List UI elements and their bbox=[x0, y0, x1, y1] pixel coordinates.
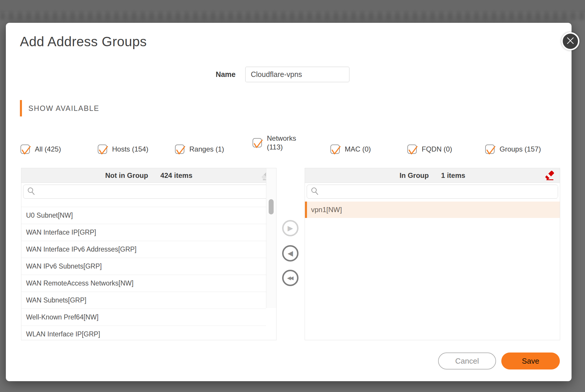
list-item-label: vpn1[NW] bbox=[311, 206, 342, 214]
list-item[interactable]: WAN Interface IP[GRP] bbox=[21, 224, 266, 241]
list-item[interactable]: WAN IPv6 Subnets[GRP] bbox=[21, 258, 266, 275]
checkbox-checked-icon[interactable] bbox=[485, 145, 495, 154]
checkbox-checked-icon[interactable] bbox=[330, 145, 340, 154]
checkbox-checked-icon[interactable] bbox=[407, 145, 417, 154]
name-field-row: Name bbox=[208, 67, 349, 82]
list-item[interactable]: WLAN Interface IP[GRP] bbox=[21, 326, 266, 340]
not-in-group-panel: Not in Group 424 items bbox=[21, 168, 277, 340]
filter-label: FQDN (0) bbox=[422, 145, 452, 154]
save-button[interactable]: Save bbox=[501, 353, 560, 369]
move-left-button[interactable]: ◀ bbox=[282, 245, 298, 262]
in-group-panel: In Group 1 items bbox=[305, 168, 560, 340]
scrollbar-thumb[interactable] bbox=[269, 199, 274, 214]
selected-accent-bar bbox=[305, 202, 307, 218]
in-group-list: vpn1[NW] bbox=[305, 200, 560, 340]
section-accent-bar bbox=[20, 100, 22, 116]
list-item[interactable]: WAN Subnets[GRP] bbox=[21, 292, 266, 309]
arrow-right-icon: ▶ bbox=[288, 225, 293, 232]
list-item[interactable]: WAN RemoteAccess Networks[NW] bbox=[21, 275, 266, 292]
double-arrow-left-icon: ◀◀ bbox=[287, 276, 292, 281]
name-label: Name bbox=[208, 70, 236, 79]
name-input[interactable] bbox=[245, 67, 349, 82]
filter-fqdn[interactable]: FQDN (0) bbox=[407, 140, 452, 159]
page-title: Add Address Groups bbox=[20, 33, 147, 50]
search-icon bbox=[27, 187, 35, 196]
list-item-selected[interactable]: vpn1[NW] bbox=[305, 202, 560, 218]
filter-mac[interactable]: MAC (0) bbox=[330, 140, 371, 159]
arrow-left-icon: ◀ bbox=[288, 250, 293, 257]
close-button[interactable] bbox=[561, 32, 579, 50]
list-item[interactable]: Well-Known Pref64[NW] bbox=[21, 309, 266, 326]
search-input[interactable] bbox=[321, 186, 558, 197]
filter-label: Groups (157) bbox=[500, 145, 541, 154]
checkbox-checked-icon[interactable] bbox=[253, 138, 262, 147]
filter-groups[interactable]: Groups (157) bbox=[485, 140, 541, 159]
filter-label: MAC (0) bbox=[345, 145, 371, 154]
not-in-group-list: U0 Subnet[NW] WAN Interface IP[GRP] WAN … bbox=[21, 200, 266, 340]
checkbox-checked-icon[interactable] bbox=[175, 145, 184, 154]
checkbox-checked-icon[interactable] bbox=[20, 145, 30, 154]
filter-label: All (425) bbox=[35, 145, 61, 154]
filter-ranges[interactable]: Ranges (1) bbox=[175, 140, 224, 159]
clear-selection-eraser-icon[interactable] bbox=[545, 170, 555, 183]
cancel-button[interactable]: Cancel bbox=[438, 353, 496, 369]
filter-all[interactable]: All (425) bbox=[20, 140, 61, 159]
filter-hosts[interactable]: Hosts (154) bbox=[98, 140, 148, 159]
add-address-groups-dialog: Add Address Groups Name SHOW AVAILABLE A… bbox=[6, 23, 572, 381]
search-icon bbox=[311, 187, 319, 196]
not-in-group-search[interactable] bbox=[23, 185, 275, 199]
dimmed-background bbox=[0, 0, 585, 12]
panel-item-count: 424 items bbox=[160, 171, 192, 180]
checkbox-checked-icon[interactable] bbox=[98, 145, 107, 154]
filter-networks[interactable]: Networks (113) bbox=[253, 133, 296, 152]
dimmed-background-content bbox=[0, 12, 585, 20]
list-item[interactable]: WAN Interface IPv6 Addresses[GRP] bbox=[21, 241, 266, 258]
filter-label: Networks (113) bbox=[267, 134, 296, 152]
list-item[interactable]: U0 Subnet[NW] bbox=[21, 207, 266, 224]
panel-item-count: 1 items bbox=[441, 171, 465, 180]
scrollbar-track[interactable] bbox=[266, 168, 276, 308]
filter-label: Hosts (154) bbox=[112, 145, 148, 154]
in-group-search[interactable] bbox=[307, 185, 558, 199]
filter-label: Ranges (1) bbox=[189, 145, 224, 154]
section-title: SHOW AVAILABLE bbox=[28, 100, 99, 116]
move-all-left-button[interactable]: ◀◀ bbox=[282, 270, 298, 286]
close-icon bbox=[567, 37, 574, 46]
panel-title: Not in Group bbox=[105, 171, 148, 180]
search-input[interactable] bbox=[38, 186, 274, 197]
not-in-group-header: Not in Group 424 items bbox=[21, 168, 276, 183]
panel-title: In Group bbox=[399, 171, 429, 180]
in-group-header: In Group 1 items bbox=[305, 168, 560, 183]
show-available-section: SHOW AVAILABLE bbox=[20, 100, 99, 116]
move-right-button[interactable]: ▶ bbox=[282, 220, 298, 236]
